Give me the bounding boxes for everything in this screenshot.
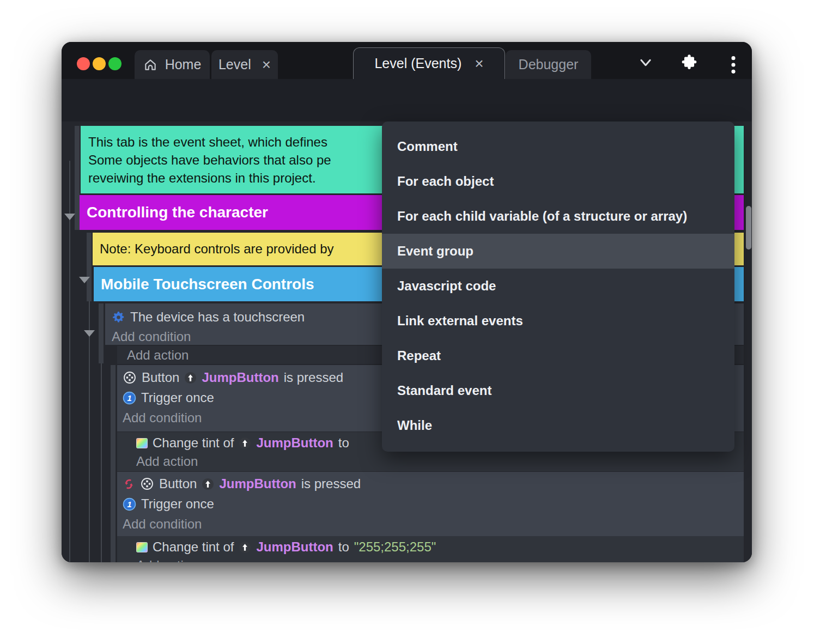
vertical-scrollbar[interactable] [746, 206, 751, 250]
tint-icon [136, 542, 148, 552]
condition-text: is pressed [301, 476, 361, 491]
puzzle-icon[interactable] [681, 54, 698, 71]
tab-debugger[interactable]: Debugger [506, 50, 591, 79]
action-text: Change tint of [153, 539, 234, 555]
gamepad-icon [140, 477, 154, 491]
svg-text:1: 1 [127, 393, 131, 402]
tab-level-events-label: Level (Events) [374, 56, 461, 71]
object-type: Button [159, 476, 197, 491]
menu-item-comment[interactable]: Comment [382, 129, 734, 164]
add-action-link[interactable]: Add action [127, 347, 189, 364]
action-value: "255;255;255" [354, 539, 436, 555]
tab-level-events[interactable]: Level (Events) × [353, 47, 505, 79]
collapse-arrow-icon[interactable] [84, 330, 95, 337]
instance-arrow-badge-icon [239, 541, 251, 554]
condition-row-button-pressed[interactable]: Button JumpButton is pressed [123, 369, 343, 386]
collapse-arrow-icon[interactable] [79, 277, 90, 283]
trigger-once-icon: 1 [123, 391, 136, 405]
instance-arrow-badge-icon [202, 478, 214, 490]
menu-item-while[interactable]: While [382, 408, 734, 443]
red-swap-arrows-icon [123, 477, 135, 491]
event-margin-bar[interactable] [111, 365, 116, 562]
event-margin-bar[interactable] [87, 233, 92, 301]
object-name: JumpButton [202, 370, 278, 385]
add-condition-link[interactable]: Add condition [123, 409, 202, 427]
condition-row-trigger-once[interactable]: 1 Trigger once [123, 495, 214, 513]
indent-guide [69, 161, 70, 562]
instance-arrow-badge-icon [239, 437, 251, 449]
action-text: Change tint of [153, 435, 234, 451]
condition-row-trigger-once[interactable]: 1 Trigger once [123, 389, 214, 406]
traffic-light-minimize[interactable] [93, 57, 106, 70]
collapse-arrow-icon[interactable] [64, 214, 75, 220]
action-row-change-tint[interactable]: Change tint of JumpButton to "255;255;25… [136, 538, 436, 556]
svg-text:1: 1 [127, 500, 131, 508]
tab-bar: Home Level × Level (Events) × Debugger [62, 42, 752, 79]
tint-icon [136, 438, 148, 448]
tab-debugger-label: Debugger [519, 57, 579, 72]
condition-text: Trigger once [141, 390, 214, 405]
menu-item-for-each-child-variable[interactable]: For each child variable (of a structure … [382, 199, 734, 234]
condition-text: is pressed [284, 370, 343, 385]
menu-item-link-external-events[interactable]: Link external events [382, 303, 734, 338]
kebab-menu-icon[interactable] [730, 56, 737, 74]
menu-item-for-each-object[interactable]: For each object [382, 164, 734, 199]
tab-level-label: Level [218, 57, 251, 72]
traffic-light-close[interactable] [77, 57, 90, 70]
object-type: Button [142, 370, 179, 385]
action-text: to [338, 435, 349, 451]
action-text: to [338, 539, 349, 555]
add-condition-link[interactable]: Add condition [123, 515, 202, 533]
condition-row-button-pressed[interactable]: Button JumpButton is pressed [123, 475, 361, 493]
action-row-change-tint[interactable]: Change tint of JumpButton to [136, 434, 349, 452]
object-name: JumpButton [219, 476, 296, 491]
tab-home[interactable]: Home [135, 50, 210, 79]
event-margin-bar[interactable] [99, 303, 104, 363]
menu-item-repeat[interactable]: Repeat [382, 338, 734, 373]
menu-item-event-group[interactable]: Event group [382, 234, 734, 269]
tab-level[interactable]: Level × [211, 50, 278, 79]
menu-item-standard-event[interactable]: Standard event [382, 373, 734, 408]
traffic-light-zoom[interactable] [108, 57, 122, 70]
condition-text: Trigger once [141, 496, 214, 512]
close-icon[interactable]: × [262, 57, 271, 72]
condition-text: The device has a touchscreen [130, 309, 305, 325]
event-margin-bar[interactable] [75, 126, 80, 230]
menu-item-javascript-code[interactable]: Javascript code [382, 269, 734, 303]
chevron-down-icon[interactable] [638, 56, 653, 69]
event-sheet-toolbar [62, 79, 752, 121]
add-action-link[interactable]: Add action [136, 453, 198, 470]
close-icon[interactable]: × [475, 56, 483, 71]
condition-row-touchscreen[interactable]: The device has a touchscreen [112, 308, 305, 326]
add-event-context-menu: Comment For each object For each child v… [382, 121, 734, 452]
home-icon [143, 58, 157, 72]
trigger-once-icon: 1 [123, 497, 136, 511]
object-name: JumpButton [256, 435, 333, 451]
instance-arrow-badge-icon [184, 372, 197, 384]
gear-icon [112, 311, 125, 324]
object-name: JumpButton [256, 539, 333, 555]
app-window: Home Level × Level (Events) × Debugger [62, 42, 752, 562]
add-condition-link[interactable]: Add condition [112, 328, 191, 345]
tab-home-label: Home [165, 57, 202, 72]
gamepad-icon [123, 370, 137, 385]
add-action-link[interactable]: Add action [136, 557, 198, 562]
